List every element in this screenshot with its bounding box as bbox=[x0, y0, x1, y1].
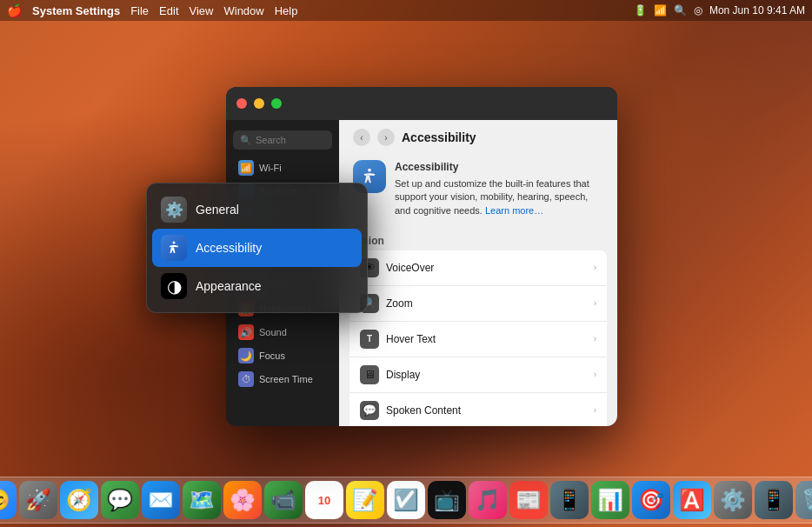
dock-iphone2[interactable]: 📱 bbox=[755, 481, 793, 519]
accessibility-dropdown-label: Accessibility bbox=[196, 241, 262, 255]
dock-appletv[interactable]: 📺 bbox=[428, 481, 466, 519]
menubar-menus: File Edit View Window Help bbox=[130, 4, 297, 17]
voiceover-label: VoiceOver bbox=[386, 262, 434, 274]
dropdown-general[interactable]: ⚙️ General bbox=[152, 190, 362, 229]
dock-maps[interactable]: 🗺️ bbox=[183, 481, 221, 519]
dock-calendar[interactable]: 10 bbox=[305, 481, 343, 519]
accessibility-dropdown-icon bbox=[161, 235, 187, 261]
dock: 😊 🚀 🧭 💬 ✉️ 🗺️ 🌸 📹 10 📝 ☑️ 📺 🎵 📰 📱 📊 🎯 🅰️… bbox=[0, 477, 812, 524]
spokencontent-icon: 💬 bbox=[360, 401, 379, 420]
back-button[interactable]: ‹ bbox=[353, 129, 370, 146]
sidebar-screentime-label: Screen Time bbox=[259, 374, 313, 384]
wifi-icon: 📶 bbox=[654, 4, 667, 17]
minimize-button[interactable] bbox=[254, 98, 264, 109]
chevron-icon: › bbox=[594, 298, 596, 308]
display-icon: 🖥 bbox=[360, 365, 379, 384]
maximize-button[interactable] bbox=[271, 98, 282, 109]
zoom-label: Zoom bbox=[386, 297, 413, 310]
hovertext-icon: T bbox=[360, 330, 379, 349]
search-icon: 🔍 bbox=[240, 135, 252, 146]
siri-icon[interactable]: ◎ bbox=[694, 4, 702, 17]
window-titlebar bbox=[226, 87, 617, 120]
hovertext-label: Hover Text bbox=[386, 333, 436, 345]
menu-file[interactable]: File bbox=[130, 4, 149, 17]
page-title: Accessibility bbox=[402, 130, 476, 144]
hovertext-row[interactable]: T Hover Text › bbox=[349, 322, 607, 357]
spokencontent-label: Spoken Content bbox=[386, 404, 461, 417]
chevron-icon: › bbox=[594, 370, 596, 379]
sound-icon: 🔊 bbox=[238, 324, 254, 340]
voiceover-row[interactable]: 👁 VoiceOver › bbox=[349, 250, 607, 286]
menu-window[interactable]: Window bbox=[223, 4, 263, 17]
main-content: ‹ › Accessibility Accessibility S bbox=[339, 120, 617, 426]
menubar: 🍎 System Settings File Edit View Window … bbox=[0, 0, 812, 21]
appearance-label: Appearance bbox=[196, 279, 262, 293]
dock-syspreferences[interactable]: ⚙️ bbox=[714, 481, 752, 519]
desktop: 🍎 System Settings File Edit View Window … bbox=[0, 0, 812, 527]
settings-dropdown: ⚙️ General Accessibility ◑ Appearance bbox=[146, 183, 368, 313]
wifi-icon: 📶 bbox=[238, 160, 254, 176]
accessibility-description: Accessibility Set up and customize the b… bbox=[395, 160, 603, 217]
search-icon[interactable]: 🔍 bbox=[674, 4, 687, 17]
sidebar-item-sound[interactable]: 🔊 Sound bbox=[230, 321, 336, 344]
sidebar-focus-label: Focus bbox=[259, 350, 285, 361]
general-icon: ⚙️ bbox=[161, 197, 187, 223]
dock-iphone[interactable]: 📱 bbox=[550, 481, 589, 519]
dock-appstore[interactable]: 🅰️ bbox=[673, 481, 711, 519]
search-bar[interactable]: 🔍 Search bbox=[233, 130, 332, 150]
chevron-icon: › bbox=[594, 405, 596, 415]
content-header: ‹ › Accessibility bbox=[339, 120, 617, 153]
appearance-icon: ◑ bbox=[161, 273, 187, 299]
menubar-right: 🔋 📶 🔍 ◎ Mon Jun 10 9:41 AM bbox=[634, 4, 805, 17]
dock-photos[interactable]: 🌸 bbox=[223, 481, 262, 519]
menubar-app-name: System Settings bbox=[32, 4, 120, 17]
display-row[interactable]: 🖥 Display › bbox=[349, 357, 607, 393]
screentime-icon: ⏱ bbox=[238, 371, 254, 387]
dock-notes[interactable]: 📝 bbox=[346, 481, 384, 519]
sidebar-item-screentime[interactable]: ⏱ Screen Time bbox=[230, 368, 336, 390]
dock-numbers[interactable]: 📊 bbox=[591, 481, 629, 519]
dock-keynote[interactable]: 🎯 bbox=[632, 481, 670, 519]
spokencontent-row[interactable]: 💬 Spoken Content › bbox=[349, 393, 607, 426]
menubar-left: 🍎 System Settings File Edit View Window … bbox=[7, 3, 297, 17]
dock-launchpad[interactable]: 🚀 bbox=[19, 481, 57, 519]
dock-music[interactable]: 🎵 bbox=[469, 481, 507, 519]
search-placeholder: Search bbox=[256, 135, 286, 145]
menu-help[interactable]: Help bbox=[275, 4, 298, 17]
svg-point-1 bbox=[173, 242, 176, 244]
dock-facetime[interactable]: 📹 bbox=[264, 481, 303, 519]
svg-point-0 bbox=[368, 169, 371, 172]
sidebar-item-focus[interactable]: 🌙 Focus bbox=[230, 344, 336, 367]
accessibility-title: Accessibility bbox=[395, 160, 603, 175]
chevron-icon: › bbox=[594, 263, 596, 272]
dock-news[interactable]: 📰 bbox=[509, 481, 548, 519]
forward-button[interactable]: › bbox=[377, 129, 395, 146]
dock-trash[interactable]: 🗑️ bbox=[795, 481, 812, 519]
battery-icon: 🔋 bbox=[634, 4, 647, 17]
menu-view[interactable]: View bbox=[190, 4, 214, 17]
dock-finder[interactable]: 😊 bbox=[0, 481, 17, 519]
dropdown-accessibility[interactable]: Accessibility bbox=[152, 229, 362, 267]
dock-messages[interactable]: 💬 bbox=[101, 481, 139, 519]
dock-reminders[interactable]: ☑️ bbox=[387, 481, 425, 519]
vision-list: 👁 VoiceOver › 🔍 Zoom › T Hover Text › bbox=[349, 250, 607, 426]
chevron-icon: › bbox=[594, 334, 596, 344]
dock-safari[interactable]: 🧭 bbox=[60, 481, 98, 519]
dock-mail[interactable]: ✉️ bbox=[142, 481, 180, 519]
zoom-row[interactable]: 🔍 Zoom › bbox=[349, 286, 607, 322]
display-label: Display bbox=[386, 369, 420, 381]
datetime: Mon Jun 10 9:41 AM bbox=[709, 4, 805, 17]
apple-menu[interactable]: 🍎 bbox=[7, 3, 22, 17]
accessibility-hero: Accessibility Set up and customize the b… bbox=[339, 153, 617, 228]
sidebar-item-wifi[interactable]: 📶 Wi-Fi bbox=[230, 157, 336, 179]
vision-section-header: Vision bbox=[339, 228, 617, 250]
close-button[interactable] bbox=[236, 98, 247, 109]
dropdown-appearance[interactable]: ◑ Appearance bbox=[152, 267, 362, 305]
sidebar-sound-label: Sound bbox=[259, 327, 287, 337]
general-label: General bbox=[196, 203, 239, 217]
sidebar-wifi-label: Wi-Fi bbox=[259, 163, 282, 173]
menu-edit[interactable]: Edit bbox=[159, 4, 178, 17]
focus-icon: 🌙 bbox=[238, 348, 254, 364]
learn-more-link[interactable]: Learn more… bbox=[485, 205, 543, 216]
